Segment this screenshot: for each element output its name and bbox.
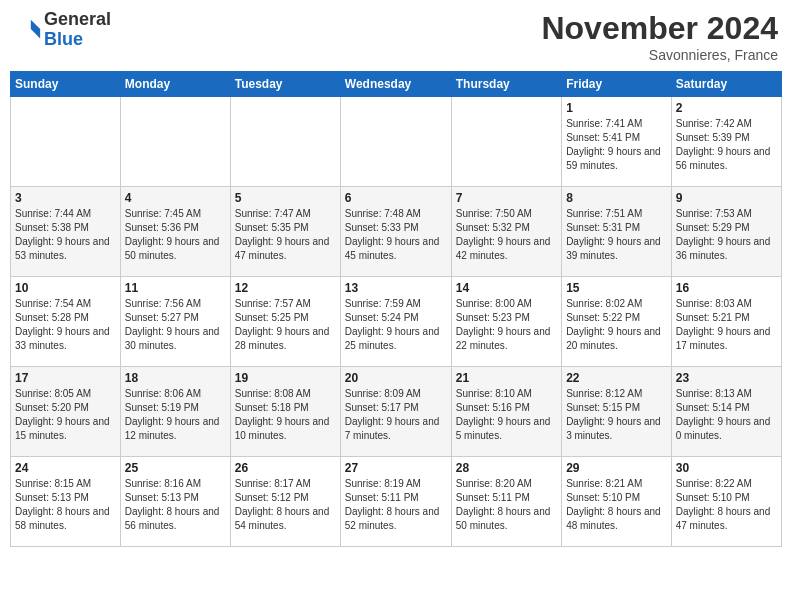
day-header-saturday: Saturday xyxy=(671,72,781,97)
logo: General Blue xyxy=(14,10,111,50)
day-number: 13 xyxy=(345,281,447,295)
calendar-cell: 28Sunrise: 8:20 AM Sunset: 5:11 PM Dayli… xyxy=(451,457,561,547)
day-number: 22 xyxy=(566,371,667,385)
day-header-monday: Monday xyxy=(120,72,230,97)
calendar-cell: 25Sunrise: 8:16 AM Sunset: 5:13 PM Dayli… xyxy=(120,457,230,547)
day-info: Sunrise: 8:12 AM Sunset: 5:15 PM Dayligh… xyxy=(566,387,667,443)
day-info: Sunrise: 8:03 AM Sunset: 5:21 PM Dayligh… xyxy=(676,297,777,353)
day-info: Sunrise: 8:19 AM Sunset: 5:11 PM Dayligh… xyxy=(345,477,447,533)
day-number: 5 xyxy=(235,191,336,205)
location: Savonnieres, France xyxy=(541,47,778,63)
day-header-thursday: Thursday xyxy=(451,72,561,97)
calendar-cell: 24Sunrise: 8:15 AM Sunset: 5:13 PM Dayli… xyxy=(11,457,121,547)
day-info: Sunrise: 7:48 AM Sunset: 5:33 PM Dayligh… xyxy=(345,207,447,263)
day-number: 26 xyxy=(235,461,336,475)
calendar-cell: 15Sunrise: 8:02 AM Sunset: 5:22 PM Dayli… xyxy=(562,277,672,367)
day-info: Sunrise: 8:02 AM Sunset: 5:22 PM Dayligh… xyxy=(566,297,667,353)
day-info: Sunrise: 7:56 AM Sunset: 5:27 PM Dayligh… xyxy=(125,297,226,353)
day-number: 24 xyxy=(15,461,116,475)
calendar-week-3: 10Sunrise: 7:54 AM Sunset: 5:28 PM Dayli… xyxy=(11,277,782,367)
day-number: 27 xyxy=(345,461,447,475)
day-info: Sunrise: 8:00 AM Sunset: 5:23 PM Dayligh… xyxy=(456,297,557,353)
day-info: Sunrise: 7:57 AM Sunset: 5:25 PM Dayligh… xyxy=(235,297,336,353)
day-number: 20 xyxy=(345,371,447,385)
day-number: 1 xyxy=(566,101,667,115)
calendar-cell: 19Sunrise: 8:08 AM Sunset: 5:18 PM Dayli… xyxy=(230,367,340,457)
day-info: Sunrise: 7:54 AM Sunset: 5:28 PM Dayligh… xyxy=(15,297,116,353)
day-number: 30 xyxy=(676,461,777,475)
calendar-week-4: 17Sunrise: 8:05 AM Sunset: 5:20 PM Dayli… xyxy=(11,367,782,457)
calendar-cell: 12Sunrise: 7:57 AM Sunset: 5:25 PM Dayli… xyxy=(230,277,340,367)
calendar-cell: 2Sunrise: 7:42 AM Sunset: 5:39 PM Daylig… xyxy=(671,97,781,187)
calendar-cell: 29Sunrise: 8:21 AM Sunset: 5:10 PM Dayli… xyxy=(562,457,672,547)
calendar-cell: 3Sunrise: 7:44 AM Sunset: 5:38 PM Daylig… xyxy=(11,187,121,277)
calendar-cell: 17Sunrise: 8:05 AM Sunset: 5:20 PM Dayli… xyxy=(11,367,121,457)
header-row: SundayMondayTuesdayWednesdayThursdayFrid… xyxy=(11,72,782,97)
day-number: 12 xyxy=(235,281,336,295)
calendar-cell xyxy=(120,97,230,187)
day-number: 4 xyxy=(125,191,226,205)
day-number: 11 xyxy=(125,281,226,295)
calendar-cell: 18Sunrise: 8:06 AM Sunset: 5:19 PM Dayli… xyxy=(120,367,230,457)
calendar-cell: 26Sunrise: 8:17 AM Sunset: 5:12 PM Dayli… xyxy=(230,457,340,547)
day-info: Sunrise: 8:05 AM Sunset: 5:20 PM Dayligh… xyxy=(15,387,116,443)
calendar-cell xyxy=(230,97,340,187)
calendar-week-5: 24Sunrise: 8:15 AM Sunset: 5:13 PM Dayli… xyxy=(11,457,782,547)
calendar-cell xyxy=(451,97,561,187)
calendar-cell: 7Sunrise: 7:50 AM Sunset: 5:32 PM Daylig… xyxy=(451,187,561,277)
svg-marker-1 xyxy=(31,29,40,38)
day-header-friday: Friday xyxy=(562,72,672,97)
day-info: Sunrise: 8:06 AM Sunset: 5:19 PM Dayligh… xyxy=(125,387,226,443)
calendar-cell: 22Sunrise: 8:12 AM Sunset: 5:15 PM Dayli… xyxy=(562,367,672,457)
calendar-week-2: 3Sunrise: 7:44 AM Sunset: 5:38 PM Daylig… xyxy=(11,187,782,277)
calendar-body: 1Sunrise: 7:41 AM Sunset: 5:41 PM Daylig… xyxy=(11,97,782,547)
calendar-cell: 23Sunrise: 8:13 AM Sunset: 5:14 PM Dayli… xyxy=(671,367,781,457)
day-number: 18 xyxy=(125,371,226,385)
day-number: 15 xyxy=(566,281,667,295)
day-info: Sunrise: 7:50 AM Sunset: 5:32 PM Dayligh… xyxy=(456,207,557,263)
day-number: 9 xyxy=(676,191,777,205)
day-info: Sunrise: 7:59 AM Sunset: 5:24 PM Dayligh… xyxy=(345,297,447,353)
day-info: Sunrise: 8:08 AM Sunset: 5:18 PM Dayligh… xyxy=(235,387,336,443)
calendar-week-1: 1Sunrise: 7:41 AM Sunset: 5:41 PM Daylig… xyxy=(11,97,782,187)
day-info: Sunrise: 8:15 AM Sunset: 5:13 PM Dayligh… xyxy=(15,477,116,533)
calendar-cell: 9Sunrise: 7:53 AM Sunset: 5:29 PM Daylig… xyxy=(671,187,781,277)
day-info: Sunrise: 8:21 AM Sunset: 5:10 PM Dayligh… xyxy=(566,477,667,533)
day-info: Sunrise: 7:42 AM Sunset: 5:39 PM Dayligh… xyxy=(676,117,777,173)
calendar-cell: 5Sunrise: 7:47 AM Sunset: 5:35 PM Daylig… xyxy=(230,187,340,277)
day-header-sunday: Sunday xyxy=(11,72,121,97)
day-info: Sunrise: 8:17 AM Sunset: 5:12 PM Dayligh… xyxy=(235,477,336,533)
day-number: 8 xyxy=(566,191,667,205)
page-header: General Blue November 2024 Savonnieres, … xyxy=(10,10,782,63)
day-info: Sunrise: 7:51 AM Sunset: 5:31 PM Dayligh… xyxy=(566,207,667,263)
day-number: 28 xyxy=(456,461,557,475)
calendar-cell: 27Sunrise: 8:19 AM Sunset: 5:11 PM Dayli… xyxy=(340,457,451,547)
day-info: Sunrise: 8:09 AM Sunset: 5:17 PM Dayligh… xyxy=(345,387,447,443)
day-number: 2 xyxy=(676,101,777,115)
day-number: 3 xyxy=(15,191,116,205)
svg-marker-0 xyxy=(31,20,40,29)
day-number: 6 xyxy=(345,191,447,205)
calendar-cell: 16Sunrise: 8:03 AM Sunset: 5:21 PM Dayli… xyxy=(671,277,781,367)
day-info: Sunrise: 7:41 AM Sunset: 5:41 PM Dayligh… xyxy=(566,117,667,173)
calendar-header: SundayMondayTuesdayWednesdayThursdayFrid… xyxy=(11,72,782,97)
day-number: 10 xyxy=(15,281,116,295)
month-title: November 2024 xyxy=(541,10,778,47)
calendar-cell: 14Sunrise: 8:00 AM Sunset: 5:23 PM Dayli… xyxy=(451,277,561,367)
day-info: Sunrise: 8:20 AM Sunset: 5:11 PM Dayligh… xyxy=(456,477,557,533)
calendar-cell: 30Sunrise: 8:22 AM Sunset: 5:10 PM Dayli… xyxy=(671,457,781,547)
day-info: Sunrise: 8:22 AM Sunset: 5:10 PM Dayligh… xyxy=(676,477,777,533)
day-number: 23 xyxy=(676,371,777,385)
day-info: Sunrise: 8:13 AM Sunset: 5:14 PM Dayligh… xyxy=(676,387,777,443)
day-number: 25 xyxy=(125,461,226,475)
day-number: 21 xyxy=(456,371,557,385)
calendar-cell xyxy=(11,97,121,187)
day-info: Sunrise: 7:45 AM Sunset: 5:36 PM Dayligh… xyxy=(125,207,226,263)
calendar-cell: 4Sunrise: 7:45 AM Sunset: 5:36 PM Daylig… xyxy=(120,187,230,277)
day-number: 14 xyxy=(456,281,557,295)
logo-icon xyxy=(14,16,42,44)
calendar-cell: 13Sunrise: 7:59 AM Sunset: 5:24 PM Dayli… xyxy=(340,277,451,367)
day-number: 17 xyxy=(15,371,116,385)
calendar-cell xyxy=(340,97,451,187)
day-number: 7 xyxy=(456,191,557,205)
